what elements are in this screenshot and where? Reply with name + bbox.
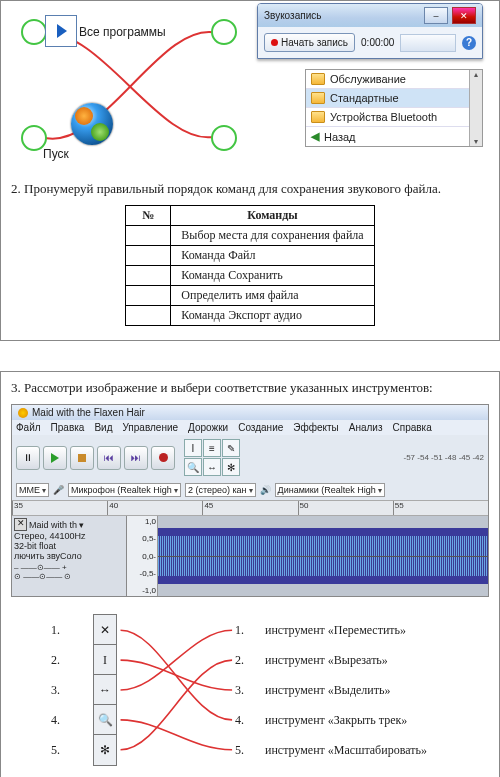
right-numbers: 1.2.3.4.5. xyxy=(235,615,244,765)
cmd-cell: Команда Сохранить xyxy=(171,266,374,286)
tool-icons-column: ✕ I ↔ 🔍 ✻ xyxy=(93,615,117,765)
pause-button[interactable]: ⏸ xyxy=(16,446,40,470)
audacity-app-icon xyxy=(18,408,28,418)
audacity-window: Maid with the Flaxen Hair Файл Правка Ви… xyxy=(11,404,489,597)
gain-pan-sliders[interactable]: – ——⊙—— +⊙ ——⊙—— ⊙ xyxy=(14,561,124,581)
zoom-tool-icon: 🔍 xyxy=(93,704,117,736)
stop-button[interactable] xyxy=(70,446,94,470)
record-dot-icon xyxy=(271,39,278,46)
back-arrow-icon: ◀ xyxy=(311,130,319,143)
track-close-icon[interactable]: ✕ xyxy=(14,518,27,531)
start-record-label: Начать запись xyxy=(281,37,348,48)
nav-item[interactable]: Стандартные xyxy=(306,89,469,108)
speaker-icon: 🔊 xyxy=(260,485,271,495)
multi-tool-icon: ✻ xyxy=(93,734,117,766)
cmd-cell: Команда Файл xyxy=(171,246,374,266)
mic-select[interactable]: Микрофон (Realtek High xyxy=(68,483,181,497)
nav-item[interactable]: Устройства Bluetooth xyxy=(306,108,469,127)
zoom-tool-icon[interactable]: 🔍 xyxy=(184,458,202,476)
cmd-cell: Определить имя файла xyxy=(171,286,374,306)
task1-diagram: Все программы Пуск Звукозапись – ✕ Начат… xyxy=(11,7,489,167)
start-record-button[interactable]: Начать запись xyxy=(264,33,355,52)
node-topright xyxy=(211,19,237,45)
waveform-display[interactable] xyxy=(158,516,488,596)
record-time: 0:00:00 xyxy=(361,37,394,48)
task2-question: 2. Пронумеруй правильный порядок команд … xyxy=(11,181,489,197)
num-cell[interactable] xyxy=(126,266,171,286)
device-toolbar: MME 🎤 Микрофон (Realtek High 2 (стерео) … xyxy=(12,480,488,500)
close-button[interactable]: ✕ xyxy=(452,7,476,24)
timeshift-tool-icon: ↔ xyxy=(93,674,117,706)
timeshift-tool-icon[interactable]: ↔ xyxy=(203,458,221,476)
output-select[interactable]: Динамики (Realtek High xyxy=(275,483,385,497)
audacity-title: Maid with the Flaxen Hair xyxy=(32,407,145,418)
tool-matching: 1.2.3.4.5. ✕ I ↔ 🔍 ✻ 1.2.3.4.5. инструме… xyxy=(11,615,489,775)
folder-icon xyxy=(311,111,325,123)
record-level-bar xyxy=(400,34,456,52)
close-track-tool-icon: ✕ xyxy=(93,614,117,646)
audacity-menubar[interactable]: Файл Правка Вид Управление Дорожки Созда… xyxy=(12,420,488,435)
help-icon[interactable]: ? xyxy=(462,36,476,50)
left-numbers: 1.2.3.4.5. xyxy=(51,615,60,765)
selection-tool-icon[interactable]: I xyxy=(184,439,202,457)
folder-icon xyxy=(311,92,325,104)
folder-icon xyxy=(311,73,325,85)
tool-names-column: инструмент «Переместить»инструмент «Выре… xyxy=(265,615,427,765)
track-header[interactable]: ✕Maid with th▾ Стерео, 44100Hz 32-bit fl… xyxy=(12,516,127,596)
nav-back[interactable]: ◀Назад xyxy=(306,127,469,146)
selection-tool-icon: I xyxy=(93,644,117,676)
num-cell[interactable] xyxy=(126,306,171,326)
programs-nav-list: Обслуживание Стандартные Устройства Blue… xyxy=(305,69,483,147)
scrollbar[interactable]: ▴▾ xyxy=(469,70,482,146)
minimize-button[interactable]: – xyxy=(424,7,448,24)
amplitude-scale: 1,00,5-0,0--0,5--1,0 xyxy=(127,516,158,596)
mic-icon: 🎤 xyxy=(53,485,64,495)
start-orb-icon xyxy=(71,103,113,145)
draw-tool-icon[interactable]: ✎ xyxy=(222,439,240,457)
num-cell[interactable] xyxy=(126,246,171,266)
db-meter-ticks: -57 -54 -51 -48 -45 -42 xyxy=(404,453,485,462)
nav-item[interactable]: Обслуживание xyxy=(306,70,469,89)
all-programs-label: Все программы xyxy=(79,25,166,39)
cmd-cell: Команда Экспорт аудио xyxy=(171,306,374,326)
record-button[interactable] xyxy=(151,446,175,470)
envelope-tool-icon[interactable]: ≡ xyxy=(203,439,221,457)
num-cell[interactable] xyxy=(126,286,171,306)
col-cmd: Команды xyxy=(171,206,374,226)
skip-end-button[interactable] xyxy=(124,446,148,470)
play-button[interactable] xyxy=(43,446,67,470)
audio-track: ✕Maid with th▾ Стерео, 44100Hz 32-bit fl… xyxy=(12,516,488,596)
sound-recorder-window: Звукозапись – ✕ Начать запись 0:00:00 ? xyxy=(257,3,483,59)
host-select[interactable]: MME xyxy=(16,483,49,497)
cmd-cell: Выбор места для сохранения файла xyxy=(171,226,374,246)
start-label: Пуск xyxy=(43,147,69,161)
num-cell[interactable] xyxy=(126,226,171,246)
sound-recorder-title: Звукозапись xyxy=(264,10,321,21)
commands-table: №Команды Выбор места для сохранения файл… xyxy=(125,205,374,326)
all-programs-icon xyxy=(45,15,77,47)
tool-palette: I ≡ ✎ 🔍 ↔ ✻ xyxy=(184,439,240,476)
channels-select[interactable]: 2 (стерео) кан xyxy=(185,483,256,497)
col-num: № xyxy=(126,206,171,226)
node-topleft xyxy=(21,19,47,45)
task3-question: 3. Рассмотри изображение и выбери соотве… xyxy=(11,380,489,396)
node-bottomright xyxy=(211,125,237,151)
skip-start-button[interactable] xyxy=(97,446,121,470)
audacity-toolbar: ⏸ I ≡ ✎ 🔍 ↔ ✻ -57 -54 -51 -48 -45 -42 xyxy=(12,435,488,480)
timeline-ruler[interactable]: 3540455055 xyxy=(12,500,488,516)
multi-tool-icon[interactable]: ✻ xyxy=(222,458,240,476)
